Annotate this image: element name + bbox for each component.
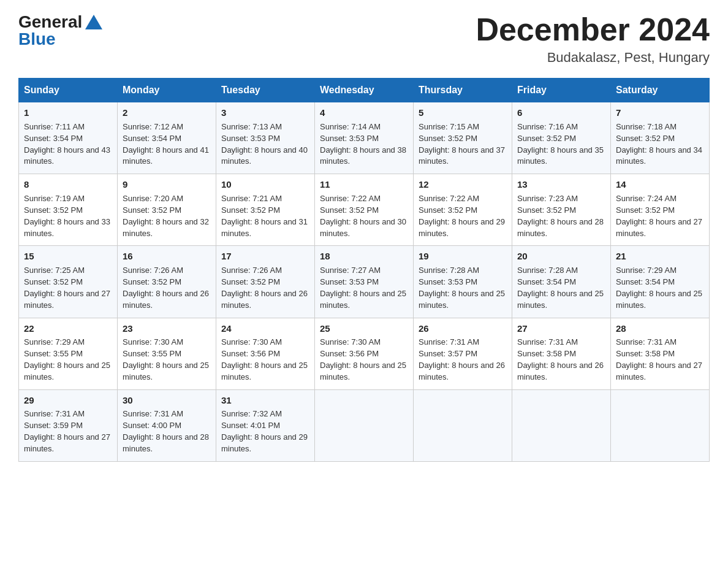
weekday-header-tuesday: Tuesday — [216, 79, 315, 102]
calendar-cell: 13Sunrise: 7:23 AMSunset: 3:52 PMDayligh… — [512, 174, 611, 246]
calendar-cell: 8Sunrise: 7:19 AMSunset: 3:52 PMDaylight… — [19, 174, 118, 246]
calendar-cell: 26Sunrise: 7:31 AMSunset: 3:57 PMDayligh… — [414, 318, 512, 389]
calendar-cell: 20Sunrise: 7:28 AMSunset: 3:54 PMDayligh… — [512, 246, 611, 318]
day-info: Sunrise: 7:13 AMSunset: 3:53 PMDaylight:… — [221, 121, 309, 167]
day-number: 17 — [221, 250, 309, 263]
calendar-cell — [315, 389, 414, 461]
day-info: Sunrise: 7:25 AMSunset: 3:52 PMDaylight:… — [24, 265, 112, 311]
day-number: 19 — [419, 250, 507, 263]
day-info: Sunrise: 7:24 AMSunset: 3:52 PMDaylight:… — [616, 193, 704, 239]
day-number: 18 — [320, 250, 408, 263]
calendar-cell: 15Sunrise: 7:25 AMSunset: 3:52 PMDayligh… — [19, 246, 118, 318]
calendar-cell: 9Sunrise: 7:20 AMSunset: 3:52 PMDaylight… — [118, 174, 216, 246]
calendar-cell: 29Sunrise: 7:31 AMSunset: 3:59 PMDayligh… — [19, 389, 118, 461]
day-info: Sunrise: 7:31 AMSunset: 3:57 PMDaylight:… — [419, 337, 507, 383]
day-number: 13 — [517, 178, 605, 191]
calendar-cell: 31Sunrise: 7:32 AMSunset: 4:01 PMDayligh… — [216, 389, 315, 461]
day-number: 21 — [616, 250, 704, 263]
calendar-cell: 27Sunrise: 7:31 AMSunset: 3:58 PMDayligh… — [512, 318, 611, 389]
day-number: 26 — [419, 322, 507, 335]
day-number: 6 — [517, 106, 605, 120]
day-info: Sunrise: 7:22 AMSunset: 3:52 PMDaylight:… — [419, 193, 507, 239]
calendar-cell: 10Sunrise: 7:21 AMSunset: 3:52 PMDayligh… — [216, 174, 315, 246]
day-info: Sunrise: 7:31 AMSunset: 3:58 PMDaylight:… — [517, 337, 605, 383]
calendar-cell: 14Sunrise: 7:24 AMSunset: 3:52 PMDayligh… — [611, 174, 710, 246]
day-info: Sunrise: 7:32 AMSunset: 4:01 PMDaylight:… — [221, 408, 309, 454]
day-number: 5 — [419, 106, 507, 120]
day-info: Sunrise: 7:21 AMSunset: 3:52 PMDaylight:… — [221, 193, 309, 239]
day-number: 31 — [221, 394, 309, 407]
calendar-cell: 23Sunrise: 7:30 AMSunset: 3:55 PMDayligh… — [118, 318, 216, 389]
calendar-header-row: SundayMondayTuesdayWednesdayThursdayFrid… — [19, 79, 710, 102]
day-info: Sunrise: 7:16 AMSunset: 3:52 PMDaylight:… — [517, 121, 605, 167]
calendar-week-row: 1Sunrise: 7:11 AMSunset: 3:54 PMDaylight… — [19, 102, 710, 174]
calendar-cell: 1Sunrise: 7:11 AMSunset: 3:54 PMDaylight… — [19, 102, 118, 174]
day-info: Sunrise: 7:28 AMSunset: 3:54 PMDaylight:… — [517, 265, 605, 311]
calendar-cell: 5Sunrise: 7:15 AMSunset: 3:52 PMDaylight… — [414, 102, 512, 174]
calendar-cell — [414, 389, 512, 461]
calendar-week-row: 29Sunrise: 7:31 AMSunset: 3:59 PMDayligh… — [19, 389, 710, 461]
day-info: Sunrise: 7:28 AMSunset: 3:53 PMDaylight:… — [419, 265, 507, 311]
day-number: 14 — [616, 178, 704, 191]
day-number: 30 — [123, 394, 211, 407]
day-info: Sunrise: 7:19 AMSunset: 3:52 PMDaylight:… — [24, 193, 112, 239]
weekday-header-wednesday: Wednesday — [315, 79, 414, 102]
calendar-cell: 7Sunrise: 7:18 AMSunset: 3:52 PMDaylight… — [611, 102, 710, 174]
day-number: 8 — [24, 178, 112, 191]
day-number: 9 — [123, 178, 211, 191]
day-info: Sunrise: 7:12 AMSunset: 3:54 PMDaylight:… — [123, 121, 211, 167]
day-info: Sunrise: 7:22 AMSunset: 3:52 PMDaylight:… — [320, 193, 408, 239]
weekday-header-saturday: Saturday — [611, 79, 710, 102]
calendar-cell: 25Sunrise: 7:30 AMSunset: 3:56 PMDayligh… — [315, 318, 414, 389]
calendar-cell: 28Sunrise: 7:31 AMSunset: 3:58 PMDayligh… — [611, 318, 710, 389]
day-number: 27 — [517, 322, 605, 335]
day-info: Sunrise: 7:31 AMSunset: 3:59 PMDaylight:… — [24, 408, 112, 454]
calendar-week-row: 22Sunrise: 7:29 AMSunset: 3:55 PMDayligh… — [19, 318, 710, 389]
day-info: Sunrise: 7:26 AMSunset: 3:52 PMDaylight:… — [123, 265, 211, 311]
calendar-week-row: 8Sunrise: 7:19 AMSunset: 3:52 PMDaylight… — [19, 174, 710, 246]
weekday-header-sunday: Sunday — [19, 79, 118, 102]
day-number: 16 — [123, 250, 211, 263]
day-number: 24 — [221, 322, 309, 335]
calendar-cell: 3Sunrise: 7:13 AMSunset: 3:53 PMDaylight… — [216, 102, 315, 174]
page-header: General Blue December 2024 Budakalasz, P… — [18, 12, 710, 66]
calendar-cell: 18Sunrise: 7:27 AMSunset: 3:53 PMDayligh… — [315, 246, 414, 318]
day-number: 22 — [24, 322, 112, 335]
day-info: Sunrise: 7:30 AMSunset: 3:56 PMDaylight:… — [221, 337, 309, 383]
day-number: 2 — [123, 106, 211, 120]
day-number: 10 — [221, 178, 309, 191]
day-number: 25 — [320, 322, 408, 335]
day-number: 29 — [24, 394, 112, 407]
calendar-cell: 2Sunrise: 7:12 AMSunset: 3:54 PMDaylight… — [118, 102, 216, 174]
day-number: 1 — [24, 106, 112, 120]
calendar-cell: 12Sunrise: 7:22 AMSunset: 3:52 PMDayligh… — [414, 174, 512, 246]
day-number: 20 — [517, 250, 605, 263]
logo-blue-text: Blue — [18, 29, 56, 49]
day-info: Sunrise: 7:29 AMSunset: 3:55 PMDaylight:… — [24, 337, 112, 383]
calendar-cell: 21Sunrise: 7:29 AMSunset: 3:54 PMDayligh… — [611, 246, 710, 318]
day-info: Sunrise: 7:14 AMSunset: 3:53 PMDaylight:… — [320, 121, 408, 167]
day-info: Sunrise: 7:23 AMSunset: 3:52 PMDaylight:… — [517, 193, 605, 239]
weekday-header-thursday: Thursday — [414, 79, 512, 102]
weekday-header-friday: Friday — [512, 79, 611, 102]
calendar-cell: 16Sunrise: 7:26 AMSunset: 3:52 PMDayligh… — [118, 246, 216, 318]
calendar-week-row: 15Sunrise: 7:25 AMSunset: 3:52 PMDayligh… — [19, 246, 710, 318]
calendar-cell — [611, 389, 710, 461]
calendar-cell: 4Sunrise: 7:14 AMSunset: 3:53 PMDaylight… — [315, 102, 414, 174]
title-section: December 2024 Budakalasz, Pest, Hungary — [476, 12, 710, 66]
calendar-cell: 19Sunrise: 7:28 AMSunset: 3:53 PMDayligh… — [414, 246, 512, 318]
day-number: 11 — [320, 178, 408, 191]
calendar-cell: 22Sunrise: 7:29 AMSunset: 3:55 PMDayligh… — [19, 318, 118, 389]
day-number: 15 — [24, 250, 112, 263]
day-info: Sunrise: 7:20 AMSunset: 3:52 PMDaylight:… — [123, 193, 211, 239]
day-info: Sunrise: 7:31 AMSunset: 3:58 PMDaylight:… — [616, 337, 704, 383]
day-info: Sunrise: 7:29 AMSunset: 3:54 PMDaylight:… — [616, 265, 704, 311]
calendar-cell: 24Sunrise: 7:30 AMSunset: 3:56 PMDayligh… — [216, 318, 315, 389]
calendar-table: SundayMondayTuesdayWednesdayThursdayFrid… — [18, 78, 710, 462]
day-info: Sunrise: 7:30 AMSunset: 3:56 PMDaylight:… — [320, 337, 408, 383]
day-info: Sunrise: 7:30 AMSunset: 3:55 PMDaylight:… — [123, 337, 211, 383]
day-number: 3 — [221, 106, 309, 120]
day-number: 7 — [616, 106, 704, 120]
calendar-cell — [512, 389, 611, 461]
logo-triangle-icon — [85, 15, 102, 29]
